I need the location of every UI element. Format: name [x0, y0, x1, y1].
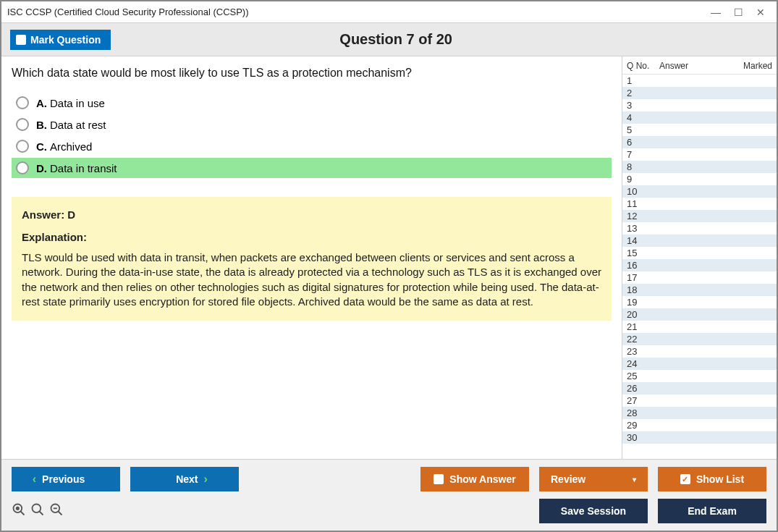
question-row[interactable]: 9 — [622, 173, 777, 185]
qno-cell: 13 — [627, 223, 659, 234]
footer-row-2: Save Session End Exam — [12, 499, 766, 523]
svg-line-4 — [40, 511, 43, 515]
question-text: Which data state would be most likely to… — [12, 67, 612, 80]
question-row[interactable]: 2 — [622, 87, 777, 99]
window-controls: — ☐ ✕ — [711, 7, 771, 18]
radio-icon — [16, 96, 29, 109]
review-button[interactable]: Review ▾ — [539, 467, 648, 491]
maximize-icon[interactable]: ☐ — [734, 7, 743, 18]
footer: ‹ Previous Next › Show Answer Review ▾ ✓… — [1, 459, 777, 531]
checkbox-icon — [434, 474, 444, 484]
question-row[interactable]: 12 — [622, 210, 777, 222]
option-text: Data in use — [50, 97, 105, 109]
question-row[interactable]: 7 — [622, 148, 777, 161]
question-row[interactable]: 14 — [622, 235, 777, 247]
qno-cell: 30 — [627, 432, 659, 443]
option-letter: C. — [36, 140, 47, 153]
option-c[interactable]: C. Archived — [12, 136, 612, 156]
zoom-controls — [12, 502, 64, 520]
qno-cell: 23 — [627, 346, 659, 357]
qno-cell: 8 — [627, 161, 659, 172]
option-letter: B. — [36, 119, 47, 131]
question-row[interactable]: 6 — [622, 136, 777, 148]
qno-cell: 15 — [627, 248, 659, 258]
app-window: ISC CCSP (Certified Cloud Security Profe… — [0, 0, 778, 532]
question-row[interactable]: 3 — [622, 99, 777, 111]
question-row[interactable]: 5 — [622, 124, 777, 136]
title-bar: ISC CCSP (Certified Cloud Security Profe… — [1, 1, 777, 23]
mark-question-label: Mark Question — [30, 34, 101, 46]
end-exam-button[interactable]: End Exam — [658, 499, 766, 523]
question-row[interactable]: 10 — [622, 185, 777, 198]
qno-cell: 14 — [627, 235, 659, 246]
question-row[interactable]: 21 — [622, 321, 777, 333]
question-row[interactable]: 26 — [622, 382, 777, 394]
footer-row-1: ‹ Previous Next › Show Answer Review ▾ ✓… — [12, 467, 766, 491]
qno-cell: 29 — [627, 420, 659, 431]
qno-cell: 25 — [627, 371, 659, 381]
option-a[interactable]: A. Data in use — [12, 93, 612, 113]
mark-question-button[interactable]: Mark Question — [10, 30, 111, 50]
qno-cell: 9 — [627, 174, 659, 185]
question-row[interactable]: 4 — [622, 111, 777, 124]
zoom-reset-icon[interactable] — [12, 502, 26, 520]
question-row[interactable]: 22 — [622, 333, 777, 345]
question-row[interactable]: 29 — [622, 419, 777, 431]
sidebar-header: Q No. Answer Marked — [622, 56, 777, 75]
question-row[interactable]: 24 — [622, 358, 777, 370]
qno-cell: 17 — [627, 272, 659, 283]
question-row[interactable]: 18 — [622, 284, 777, 296]
question-row[interactable]: 25 — [622, 370, 777, 382]
svg-line-1 — [21, 511, 25, 515]
question-row[interactable]: 13 — [622, 222, 777, 235]
show-list-button[interactable]: ✓ Show List — [658, 467, 766, 491]
question-row[interactable]: 19 — [622, 296, 777, 308]
zoom-out-icon[interactable] — [49, 502, 64, 520]
previous-label: Previous — [42, 473, 85, 485]
show-answer-button[interactable]: Show Answer — [420, 467, 529, 491]
qno-cell: 11 — [627, 198, 659, 209]
question-row[interactable]: 27 — [622, 394, 777, 407]
col-qno: Q No. — [627, 61, 659, 71]
question-row[interactable]: 11 — [622, 198, 777, 210]
previous-button[interactable]: ‹ Previous — [12, 467, 120, 491]
qno-cell: 27 — [627, 395, 659, 406]
question-row[interactable]: 28 — [622, 407, 777, 419]
question-list-sidebar: Q No. Answer Marked 12345678910111213141… — [622, 56, 777, 459]
next-button[interactable]: Next › — [130, 467, 239, 491]
question-row[interactable]: 1 — [622, 75, 777, 87]
question-list[interactable]: 1234567891011121314151617181920212223242… — [622, 75, 777, 459]
main-panel: Which data state would be most likely to… — [1, 56, 622, 459]
minimize-icon[interactable]: — — [711, 7, 721, 18]
qno-cell: 2 — [627, 88, 659, 98]
qno-cell: 26 — [627, 383, 659, 394]
col-marked: Marked — [729, 61, 772, 71]
question-row[interactable]: 17 — [622, 271, 777, 284]
explanation-text: TLS would be used with data in transit, … — [22, 250, 601, 309]
qno-cell: 24 — [627, 358, 659, 369]
question-row[interactable]: 23 — [622, 345, 777, 358]
qno-cell: 21 — [627, 321, 659, 332]
checkbox-icon — [16, 35, 26, 45]
qno-cell: 19 — [627, 297, 659, 308]
question-row[interactable]: 15 — [622, 247, 777, 259]
option-b[interactable]: B. Data at rest — [12, 114, 612, 135]
question-row[interactable]: 16 — [622, 259, 777, 271]
end-exam-label: End Exam — [688, 505, 737, 517]
qno-cell: 18 — [627, 284, 659, 295]
show-answer-label: Show Answer — [449, 473, 515, 485]
question-row[interactable]: 8 — [622, 161, 777, 173]
answer-line: Answer: D — [22, 208, 601, 221]
svg-line-6 — [59, 511, 62, 515]
question-row[interactable]: 30 — [622, 431, 777, 444]
question-row[interactable]: 20 — [622, 308, 777, 321]
option-d[interactable]: D. Data in transit — [12, 158, 612, 178]
save-session-label: Save Session — [561, 505, 626, 517]
chevron-right-icon: › — [204, 473, 208, 486]
body: Which data state would be most likely to… — [1, 56, 777, 459]
zoom-in-icon[interactable] — [30, 502, 45, 520]
save-session-button[interactable]: Save Session — [539, 499, 648, 523]
chevron-down-icon: ▾ — [633, 476, 636, 484]
close-icon[interactable]: ✕ — [756, 7, 765, 18]
next-label: Next — [176, 473, 198, 485]
